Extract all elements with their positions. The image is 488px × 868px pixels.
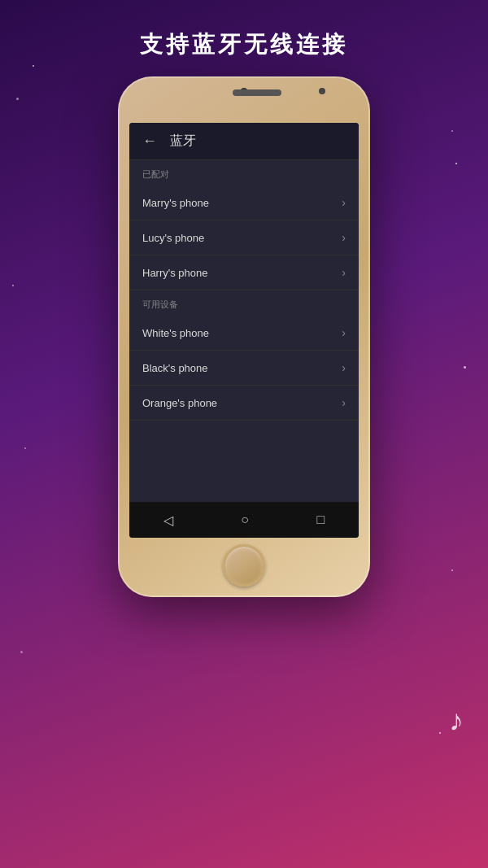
chevron-right-icon: › [342, 231, 346, 244]
device-name: Orange's phone [142, 397, 217, 409]
music-note-decoration: ♪ [449, 704, 464, 738]
device-name: White's phone [142, 327, 209, 339]
home-button[interactable] [223, 544, 265, 587]
list-item[interactable]: White's phone › [129, 316, 359, 351]
app-header: ← 蓝牙 [129, 123, 359, 160]
back-button[interactable]: ← [142, 133, 157, 150]
chevron-right-icon: › [342, 326, 346, 339]
app-content: 已配对 Marry's phone › Lucy's phone › Harry… [129, 160, 359, 502]
bottom-nav: ◁ ○ □ [129, 502, 359, 538]
chevron-right-icon: › [342, 396, 346, 409]
available-section: 可用设备 White's phone › Black's phone › Ora… [129, 290, 359, 421]
phone-mockup: ← 蓝牙 已配对 Marry's phone › Lucy's phone › … [118, 76, 370, 597]
front-sensor [319, 88, 325, 94]
device-name: Black's phone [142, 362, 208, 374]
list-item[interactable]: Marry's phone › [129, 185, 359, 220]
recent-nav-icon[interactable]: □ [317, 513, 325, 527]
speaker [233, 89, 281, 96]
phone-top [118, 76, 370, 121]
chevron-right-icon: › [342, 266, 346, 279]
list-item[interactable]: Harry's phone › [129, 255, 359, 290]
paired-section-label: 已配对 [129, 160, 359, 185]
chevron-right-icon: › [342, 196, 346, 209]
device-name: Lucy's phone [142, 232, 204, 244]
list-item[interactable]: Lucy's phone › [129, 220, 359, 255]
back-nav-icon[interactable]: ◁ [163, 513, 173, 528]
chevron-right-icon: › [342, 361, 346, 374]
paired-section: 已配对 Marry's phone › Lucy's phone › Harry… [129, 160, 359, 290]
list-item[interactable]: Black's phone › [129, 351, 359, 386]
screen-title: 蓝牙 [170, 133, 196, 150]
device-name: Marry's phone [142, 197, 209, 209]
available-section-label: 可用设备 [129, 290, 359, 316]
home-nav-icon[interactable]: ○ [241, 513, 249, 527]
phone-bottom [118, 538, 370, 593]
device-name: Harry's phone [142, 267, 208, 279]
phone-screen: ← 蓝牙 已配对 Marry's phone › Lucy's phone › … [129, 123, 359, 538]
list-item[interactable]: Orange's phone › [129, 386, 359, 421]
page-title: 支持蓝牙无线连接 [140, 29, 348, 60]
